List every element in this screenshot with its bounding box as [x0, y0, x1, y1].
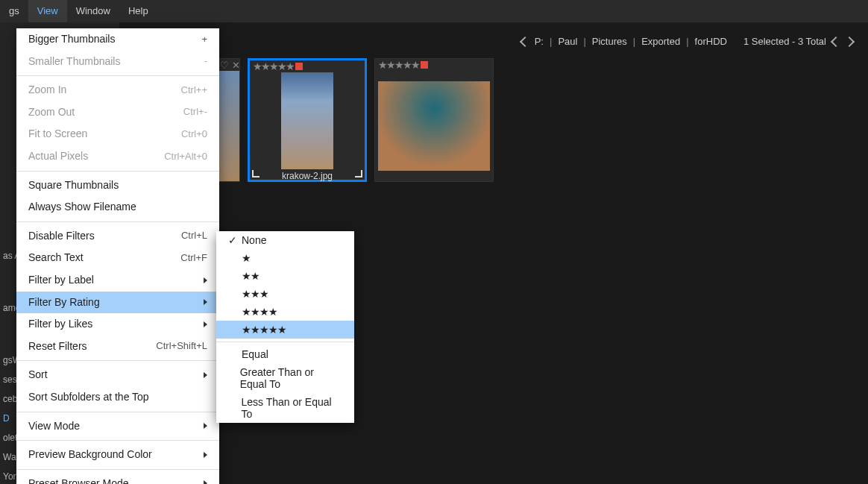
color-label-icon [295, 63, 303, 70]
menu-item-preview-background-color[interactable]: Preview Background Color [16, 444, 219, 466]
menu-separator [16, 75, 219, 76]
menu-item-search-text[interactable]: Search TextCtrl+F [16, 247, 219, 269]
breadcrumb-segment[interactable]: Exported [641, 36, 680, 47]
thumbnail-filename: krakow-2.jpg [250, 169, 365, 184]
menu-item-reset-filters[interactable]: Reset FiltersCtrl+Shift+L [16, 336, 219, 358]
chevron-right-icon[interactable] [844, 36, 855, 46]
menubar-item-view[interactable]: View [28, 0, 67, 22]
menu-item-always-show-filename[interactable]: Always Show Filename [16, 196, 219, 219]
rating-option-greater-equal[interactable]: Greater Than or Equal To [216, 363, 354, 393]
menu-item-zoom-in: Zoom InCtrl++ [16, 79, 219, 101]
submenu-arrow-icon [204, 480, 207, 484]
breadcrumb-segment[interactable]: Paul [558, 36, 577, 47]
selection-status: 1 Selected - 3 Total [743, 36, 826, 47]
breadcrumb-segment[interactable]: Pictures [592, 36, 627, 47]
chevron-left-icon[interactable] [831, 36, 841, 46]
menu-separator [216, 342, 354, 342]
view-menu-dropdown: Bigger Thumbnails+ Smaller Thumbnails- Z… [16, 28, 219, 484]
check-icon: ✓ [228, 234, 242, 246]
submenu-arrow-icon [204, 299, 207, 305]
rating-option-less-equal[interactable]: Less Than or Equal To [216, 393, 354, 423]
menubar: gs View Window Help [0, 0, 868, 22]
filter-by-rating-submenu: ✓None ★ ★★ ★★★ ★★★★ ★★★★★ Equal Greater … [216, 231, 354, 423]
menu-item-filter-by-rating[interactable]: Filter By Rating [16, 292, 219, 314]
breadcrumb-bar: P:| Paul| Pictures| Exported| forHDD 1 S… [521, 36, 853, 47]
menu-separator [16, 469, 219, 470]
resize-handle-icon [355, 170, 362, 177]
menu-separator [16, 360, 219, 361]
breadcrumb-segment[interactable]: P: [535, 36, 544, 47]
menu-item-disable-filters[interactable]: Disable FiltersCtrl+L [16, 225, 219, 248]
menu-item-smaller-thumbnails: Smaller Thumbnails- [16, 51, 219, 73]
rating-option-2-star[interactable]: ★★ [216, 267, 354, 285]
menu-item-actual-pixels: Actual PixelsCtrl+Alt+0 [16, 145, 219, 168]
menu-item-filter-by-likes[interactable]: Filter by Likes [16, 313, 219, 336]
menu-item-fit-to-screen: Fit to ScreenCtrl+0 [16, 123, 219, 145]
menu-item-zoom-out: Zoom OutCtrl+- [16, 101, 219, 124]
x-icon: ✕ [232, 60, 240, 71]
menu-item-view-mode[interactable]: View Mode [16, 415, 219, 438]
rating-option-none[interactable]: ✓None [216, 231, 354, 249]
rating-option-5-star[interactable]: ★★★★★ [216, 321, 354, 339]
rating-option-equal[interactable]: Equal [216, 345, 354, 363]
submenu-arrow-icon [204, 277, 207, 283]
menu-item-sort[interactable]: Sort [16, 364, 219, 386]
thumbnail-grid: ♡ ✕ ★★★★★ krakow-2.jpg ★★★★★ [216, 58, 494, 182]
color-label-icon [421, 61, 428, 69]
rating-option-1-star[interactable]: ★ [216, 249, 354, 267]
menu-separator [16, 221, 219, 222]
star-rating-icon: ★★★★★ [253, 60, 294, 72]
submenu-arrow-icon [204, 321, 207, 327]
thumbnail-selected[interactable]: ★★★★★ krakow-2.jpg [248, 58, 367, 182]
menu-separator [16, 171, 219, 172]
resize-handle-icon [252, 170, 260, 177]
star-rating-icon: ★★★★★ [378, 59, 419, 71]
thumbnail[interactable]: ♡ ✕ [216, 58, 240, 182]
menu-item-square-thumbnails[interactable]: Square Thumbnails [16, 175, 219, 197]
submenu-arrow-icon [204, 423, 207, 429]
menu-item-bigger-thumbnails[interactable]: Bigger Thumbnails+ [16, 28, 219, 51]
submenu-arrow-icon [204, 452, 207, 458]
rating-option-4-star[interactable]: ★★★★ [216, 303, 354, 321]
menu-separator [16, 412, 219, 412]
menubar-item[interactable]: gs [0, 0, 28, 22]
heart-icon: ♡ [220, 60, 229, 71]
rating-option-3-star[interactable]: ★★★ [216, 285, 354, 303]
menubar-item-window[interactable]: Window [67, 0, 119, 22]
menu-separator [16, 440, 219, 441]
menu-item-preset-browser-mode[interactable]: Preset Browser Mode [16, 473, 219, 484]
menubar-item-help[interactable]: Help [119, 0, 157, 22]
thumbnail[interactable]: ★★★★★ [374, 58, 494, 182]
breadcrumb-segment[interactable]: forHDD [695, 36, 727, 47]
chevron-left-icon[interactable] [520, 36, 530, 46]
submenu-arrow-icon [204, 372, 207, 378]
menu-item-filter-by-label[interactable]: Filter by Label [16, 269, 219, 292]
menu-item-sort-subfolders-top[interactable]: Sort Subfolders at the Top [16, 386, 219, 409]
